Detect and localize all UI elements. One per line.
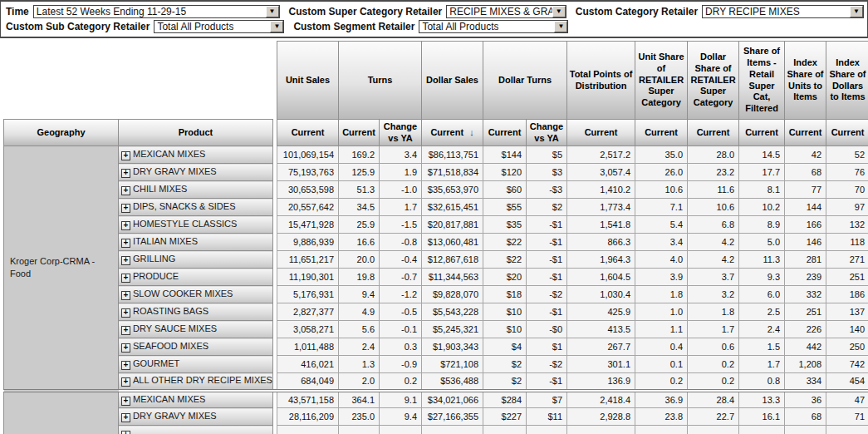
super-category-filter-dropdown[interactable]: RECIPE MIXES & GRAVY ▼ [446,5,566,18]
expand-plus-icon[interactable]: + [121,186,130,195]
product-cell[interactable]: +DRY GRAVY MIXES [119,408,273,426]
product-cell[interactable]: +SEAFOOD MIXES [119,338,273,356]
value-cell: 0.2 [635,373,688,391]
column-header-unit-sales[interactable]: Unit Sales [277,42,339,120]
subheader-turns-current[interactable]: Current [339,120,380,146]
sort-descending-icon[interactable]: ↓ [469,127,474,137]
value-cell: 2.0 [339,373,380,391]
product-cell[interactable]: +HOMESTYLE CLASSICS [119,216,273,234]
segment-filter-dropdown[interactable]: Total All Products ▼ [419,20,568,33]
geography-column-header[interactable]: Geography [4,120,119,146]
value-cell: 9.3 [739,269,785,286]
time-filter-dropdown[interactable]: Latest 52 Weeks Ending 11-29-15 ▼ [33,5,280,18]
value-cell: 8.9 [739,216,785,234]
expand-plus-icon[interactable]: + [121,239,130,248]
subheader-dollar-turns-change[interactable]: Change vs YA [527,120,567,146]
group-header-row: Unit Sales Turns Dollar Sales Dollar Tur… [4,42,868,120]
expand-plus-icon[interactable]: + [121,221,130,230]
product-cell[interactable]: +ALL OTHER DRY RECIPE MIXES [119,373,273,391]
value-cell: 16.6 [339,234,380,251]
value-cell: 364.1 [339,391,380,408]
column-header-index-dollars[interactable]: Index Share of Dollars to Items [826,42,868,120]
expand-plus-icon[interactable]: + [121,377,130,387]
column-header-turns[interactable]: Turns [339,42,422,120]
value-cell: $144 [483,146,527,164]
dropdown-arrow-icon[interactable]: ▼ [266,6,279,17]
product-label: GRILLING [133,254,175,264]
subheader-dollar-share-current[interactable]: Current [688,120,739,146]
subheader-unit-share-current[interactable]: Current [635,120,688,146]
product-cell[interactable]: +DRY SAUCE MIXES [119,321,273,338]
table-row: + [4,426,868,434]
value-cell: -0.4 [380,251,422,269]
value-cell: 0.2 [688,356,739,373]
expand-plus-icon[interactable]: + [121,291,130,300]
expand-plus-icon[interactable]: + [121,431,130,434]
column-header-dollar-sales[interactable]: Dollar Sales [422,42,483,120]
dropdown-arrow-icon[interactable]: ▼ [552,6,566,17]
dropdown-arrow-icon[interactable]: ▼ [270,21,283,32]
column-header-total-points-distribution[interactable]: Total Points of Distribution [567,42,635,120]
table-row: +DRY GRAVY MIXES75,193,763125.91.9$71,51… [4,164,868,181]
value-cell: 235.0 [339,408,380,426]
subheader-dollar-turns-current[interactable]: Current [483,120,527,146]
product-label: SEAFOOD MIXES [133,341,208,351]
product-cell[interactable]: +GOURMET [119,356,273,373]
product-cell[interactable]: +ROASTING BAGS [119,303,273,321]
product-cell[interactable]: +GRILLING [119,251,273,269]
product-cell[interactable]: +DRY GRAVY MIXES [119,164,273,181]
product-cell[interactable]: +MEXICAN MIXES [119,146,273,164]
table-row: +GRILLING11,651,21720.0-0.4$12,867,618$2… [4,251,868,269]
category-filter-dropdown[interactable]: DRY RECIPE MIXES ▼ [702,5,864,18]
product-column-header[interactable]: Product [119,120,273,146]
product-cell[interactable]: +SLOW COOKER MIXES [119,286,273,303]
expand-plus-icon[interactable]: + [121,308,130,318]
subheader-share-items-current[interactable]: Current [739,120,785,146]
expand-plus-icon[interactable]: + [121,397,130,406]
value-cell: -$1 [527,269,567,286]
dropdown-arrow-icon[interactable]: ▼ [554,21,567,32]
expand-plus-icon[interactable]: + [121,343,130,353]
expand-plus-icon[interactable]: + [121,326,130,335]
subheader-index-units-current[interactable]: Current [785,120,826,146]
dropdown-arrow-icon[interactable]: ▼ [850,6,863,17]
value-cell: 14.5 [739,146,785,164]
expand-plus-icon[interactable]: + [121,413,130,422]
column-header-index-units[interactable]: Index Share of Units to Items [785,42,826,120]
expand-plus-icon[interactable]: + [121,151,130,160]
value-cell: 35.0 [635,146,688,164]
subheader-turns-change[interactable]: Change vs YA [380,120,422,146]
expand-plus-icon[interactable]: + [121,361,130,370]
value-cell: $7 [527,391,567,408]
super-category-filter-label: Custom Super Category Retailer [289,6,443,17]
product-cell[interactable]: +ITALIAN MIXES [119,234,273,251]
expand-plus-icon[interactable]: + [121,274,130,283]
subheader-dollar-sales-current[interactable]: Current↓ [422,120,483,146]
product-cell[interactable]: +CHILI MIXES [119,181,273,199]
table-row: +DRY SAUCE MIXES3,058,2715.6-0.1$5,245,3… [4,321,868,338]
product-cell[interactable]: +DIPS, SNACKS & SIDES [119,199,273,216]
value-cell: $11 [527,408,567,426]
subheader-tpd-current[interactable]: Current [567,120,635,146]
value-cell: 19.8 [339,269,380,286]
value-cell: 47 [826,391,868,408]
expand-plus-icon[interactable]: + [121,204,130,213]
column-header-unit-share[interactable]: Unit Share of RETAILER Super Category [635,42,688,120]
column-header-share-of-items[interactable]: Share of Items - Retail Super Cat, Filte… [739,42,785,120]
column-header-dollar-turns[interactable]: Dollar Turns [483,42,567,120]
value-cell: $5,543,228 [422,303,483,321]
product-cell[interactable]: +MEXICAN MIXES [119,391,273,408]
column-header-dollar-share[interactable]: Dollar Share of RETAILER Super Category [688,42,739,120]
value-cell: $27,166,355 [422,408,483,426]
subheader-index-dollars-current[interactable]: Current [826,120,868,146]
product-label: DRY GRAVY MIXES [133,411,217,421]
expand-plus-icon[interactable]: + [121,256,130,265]
product-cell[interactable]: + [119,426,273,434]
sub-category-filter-dropdown[interactable]: Total All Products ▼ [154,20,284,33]
product-cell[interactable]: +PRODUCE [119,269,273,286]
value-cell: 1,208 [785,356,826,373]
subheader-unit-sales-current[interactable]: Current [277,120,339,146]
report-table: Unit Sales Turns Dollar Sales Dollar Tur… [3,41,868,434]
expand-plus-icon[interactable]: + [121,169,130,178]
value-cell: 1.0 [635,303,688,321]
